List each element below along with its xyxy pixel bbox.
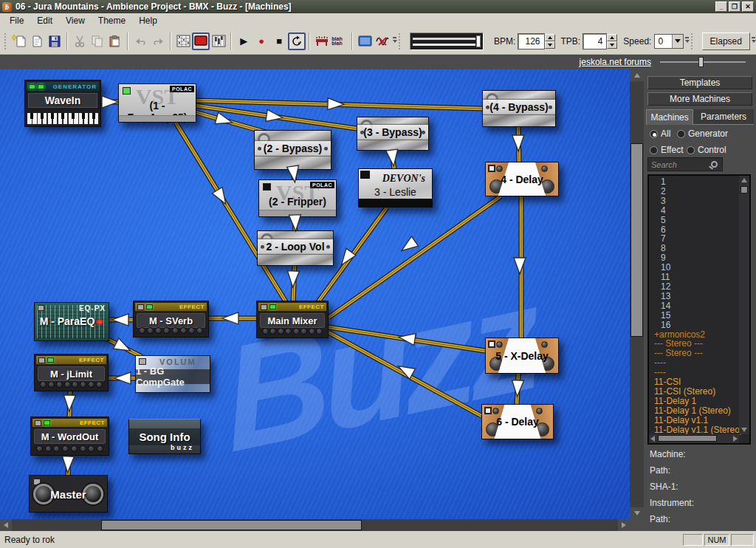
machine-songinfo[interactable]: Song Infobuzz — [128, 419, 201, 454]
machine-wavein[interactable]: GENERATORWaveIn — [24, 80, 101, 127]
tpb-up-button[interactable] — [607, 34, 617, 41]
machine-bypass3[interactable]: (3 - Bypass) — [357, 117, 429, 151]
list-item[interactable]: 14 — [649, 301, 738, 311]
info-view-button[interactable] — [356, 32, 374, 50]
list-item[interactable]: 11-Delay 1 — [649, 397, 738, 406]
tab-parameters[interactable]: Parameters — [693, 109, 754, 125]
cable-arrow[interactable] — [396, 361, 416, 380]
list-item[interactable]: 2 — [649, 187, 738, 196]
close-button[interactable]: ✕ — [742, 1, 754, 12]
list-item[interactable]: 4 — [649, 206, 738, 216]
menu-item-edit[interactable]: Edit — [30, 14, 59, 27]
speed-select[interactable]: 0 — [654, 34, 684, 49]
cable-arrow[interactable] — [398, 236, 418, 256]
app-icon[interactable]: b — [2, 2, 12, 12]
machine-jlimit[interactable]: EFFECTM - jLimit — [34, 354, 109, 391]
cable-arrow[interactable] — [337, 248, 356, 268]
machine-master[interactable]: Master — [29, 475, 108, 513]
machine-canvas[interactable]: Buzz GENERATORWaveInPOLACVST(1 - FreeAmp… — [0, 69, 630, 519]
toolbar-overflow-chevron[interactable] — [684, 34, 689, 49]
radio-button-icon[interactable] — [650, 146, 658, 154]
pattern-view-button[interactable] — [174, 32, 192, 50]
cable-arrow[interactable] — [114, 338, 134, 356]
menu-item-file[interactable]: File — [3, 14, 30, 27]
sequence-view-button[interactable] — [210, 32, 227, 50]
bpm-down-button[interactable] — [545, 41, 555, 49]
radio-effect[interactable]: Effect — [650, 145, 683, 155]
list-horizontal-scrollbar[interactable] — [649, 434, 739, 443]
paste-button[interactable] — [106, 32, 124, 50]
cut-button[interactable] — [71, 32, 89, 50]
open-file-button[interactable] — [28, 32, 46, 50]
list-item[interactable]: 5 — [649, 216, 738, 225]
machine-freeamp25[interactable]: POLACVST(1 - FreeAmp25) — [118, 83, 196, 123]
machine-bypass4[interactable]: (4 - Bypass) — [482, 90, 556, 127]
restore-button[interactable]: ❐ — [729, 1, 740, 12]
radio-generator[interactable]: Generator — [677, 129, 728, 139]
machine-mainmixer[interactable]: EFFECTMain Mixer — [256, 301, 329, 338]
toolbar-grip[interactable] — [399, 33, 402, 49]
machine-xdelay5[interactable]: 5 - X-Delay — [485, 338, 559, 374]
toolbar-overflow-chevron[interactable] — [751, 34, 755, 49]
master-volume-slider[interactable] — [410, 32, 484, 50]
cable-arrow[interactable] — [215, 112, 234, 128]
scroll-right-button[interactable] — [618, 519, 630, 531]
scroll-left-button[interactable] — [650, 436, 656, 442]
templates-button[interactable]: Templates — [647, 76, 752, 89]
toolbar-grip[interactable] — [4, 33, 7, 49]
stop-button[interactable]: ■ — [270, 32, 288, 50]
tab-machines[interactable]: Machines — [646, 109, 693, 125]
scroll-left-button[interactable] — [0, 519, 12, 531]
wave-mute-button[interactable] — [374, 32, 391, 50]
radio-button-icon[interactable] — [650, 130, 658, 138]
list-item[interactable]: 15 — [649, 311, 738, 321]
scroll-up-button[interactable] — [740, 177, 748, 183]
radio-button-icon[interactable] — [687, 146, 695, 154]
toolbar-overflow-chevron[interactable] — [392, 34, 396, 49]
list-item[interactable]: 11-Delay v1.1 — [649, 416, 738, 425]
cable-arrow[interactable] — [287, 271, 300, 288]
cable-arrow[interactable] — [112, 314, 128, 326]
list-item[interactable]: 13 — [649, 292, 738, 301]
jeskola-forums-link[interactable]: jeskola.net forums — [580, 57, 651, 67]
search-icon[interactable] — [711, 161, 718, 168]
cable-arrow[interactable] — [266, 110, 284, 124]
list-item[interactable]: 16 — [649, 321, 738, 330]
redo-button[interactable] — [149, 32, 167, 50]
list-item[interactable]: 11-Delay v1.1 (Stereo) — [649, 425, 738, 435]
cable-arrow[interactable] — [62, 456, 75, 473]
record-button[interactable]: ● — [252, 32, 270, 50]
cable-arrow[interactable] — [102, 96, 118, 108]
zoom-slider[interactable] — [660, 57, 746, 67]
machine-fripper2[interactable]: POLACVST(2 - Fripper) — [258, 179, 337, 217]
chevron-down-icon[interactable] — [672, 35, 683, 48]
horizontal-scroll-thumb[interactable] — [101, 520, 362, 530]
list-item[interactable]: 11-CSI (Stereo) — [649, 387, 738, 397]
copy-button[interactable] — [89, 32, 106, 50]
zoom-slider-handle[interactable] — [698, 57, 704, 67]
machine-bypass2[interactable]: (2 - Bypass) — [254, 130, 331, 170]
machine-view-button[interactable] — [192, 32, 210, 50]
scroll-down-button[interactable] — [740, 427, 748, 433]
menu-item-help[interactable]: Help — [132, 14, 164, 27]
cable-arrow[interactable] — [398, 331, 416, 345]
radio-button-icon[interactable] — [677, 130, 685, 138]
list-item[interactable]: 11-CSI — [649, 377, 738, 387]
cable-arrow[interactable] — [512, 135, 524, 151]
list-item[interactable]: 12 — [649, 282, 738, 292]
machine-paraeq[interactable]: EQ-PXM - ParaEQ — [34, 302, 109, 341]
tpb-down-button[interactable] — [607, 41, 617, 49]
tpb-input[interactable]: 4 — [583, 34, 606, 49]
cable-arrow[interactable] — [328, 98, 344, 111]
scroll-right-button[interactable] — [732, 436, 738, 442]
cable-arrow[interactable] — [212, 187, 230, 207]
loop-button[interactable] — [288, 32, 306, 50]
bpm-up-button[interactable] — [545, 34, 555, 41]
new-file-button[interactable] — [10, 32, 28, 50]
cable-arrow[interactable] — [386, 149, 399, 167]
list-item[interactable]: 3 — [649, 196, 738, 206]
cable-arrow[interactable] — [289, 215, 301, 232]
canvas-horizontal-scrollbar[interactable] — [0, 519, 630, 531]
machine-delay4[interactable]: 4 - Delay — [485, 162, 559, 196]
bpm-input[interactable]: 126 — [518, 34, 543, 49]
